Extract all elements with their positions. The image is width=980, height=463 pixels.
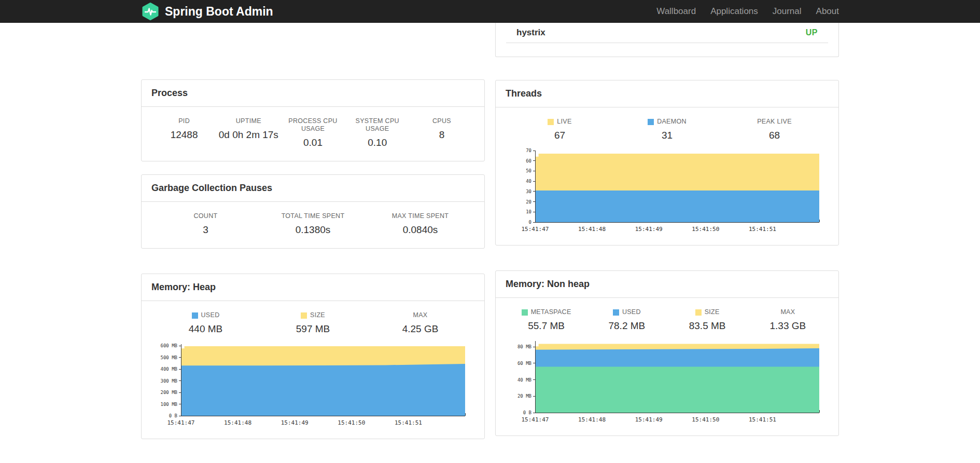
svg-text:80 MB: 80 MB <box>517 344 531 349</box>
metric-value: 440 MB <box>152 323 259 335</box>
memory-nonheap-panel-body: METASPACE 55.7 MB USED 78.2 MB <box>496 298 838 435</box>
process-panel: Process PID 12488 UPTIME 0d 0h 2m 17s PR… <box>141 79 485 161</box>
nav-link-wallboard[interactable]: Wallboard <box>656 0 696 23</box>
svg-text:15:41:48: 15:41:48 <box>578 416 606 423</box>
svg-text:50: 50 <box>526 168 531 173</box>
svg-text:60: 60 <box>526 158 531 164</box>
legend-threads-live: LIVE 67 <box>506 118 613 141</box>
metric-value: 597 MB <box>259 323 367 335</box>
svg-text:0 B: 0 B <box>169 413 177 418</box>
metric-label: CPUS <box>410 117 474 125</box>
legend-nonheap-max: MAX 1.33 GB <box>748 308 828 332</box>
legend-label: DAEMON <box>657 118 687 126</box>
memory-heap-panel: Memory: Heap USED 440 MB <box>141 274 485 439</box>
right-column: hystrix UP Threads LIVE 67 <box>495 23 839 436</box>
legend-swatch-daemon <box>648 119 654 125</box>
svg-text:15:41:48: 15:41:48 <box>224 419 251 426</box>
nav-link-journal[interactable]: Journal <box>773 0 802 23</box>
metric-process-cpu-usage: PROCESS CPU USAGE 0.01 <box>281 117 345 148</box>
threads-panel-title: Threads <box>496 80 838 107</box>
metric-label: TOTAL TIME SPENT <box>259 212 367 220</box>
metric-label: PROCESS CPU USAGE <box>281 117 345 133</box>
legend-label: USED <box>622 308 641 316</box>
legend-swatch-size <box>695 309 702 316</box>
metric-value: 0.1380s <box>259 224 367 236</box>
legend-label: USED <box>201 311 220 319</box>
svg-text:15:41:50: 15:41:50 <box>692 226 719 233</box>
svg-text:60 MB: 60 MB <box>517 361 531 366</box>
svg-text:20 MB: 20 MB <box>517 393 531 399</box>
svg-text:15:41:49: 15:41:49 <box>635 416 663 423</box>
svg-text:300 MB: 300 MB <box>160 378 177 384</box>
metric-label: USED <box>586 308 667 316</box>
svg-text:40: 40 <box>526 179 531 184</box>
memory-heap-panel-title: Memory: Heap <box>142 274 484 301</box>
metric-label: LIVE <box>506 118 613 126</box>
nonheap-legend: METASPACE 55.7 MB USED 78.2 MB <box>506 308 828 332</box>
svg-text:15:41:47: 15:41:47 <box>167 419 195 426</box>
legend-swatch-size <box>301 312 307 319</box>
legend-swatch-metaspace <box>522 309 528 316</box>
metric-label: SYSTEM CPU USAGE <box>345 117 410 133</box>
legend-metaspace: METASPACE 55.7 MB <box>506 308 586 332</box>
svg-text:15:41:47: 15:41:47 <box>522 416 549 423</box>
svg-text:200 MB: 200 MB <box>160 390 177 395</box>
metric-value: 4.25 GB <box>367 323 474 335</box>
nav-links: Wallboard Applications Journal About <box>656 0 839 23</box>
memory-nonheap-panel-title: Memory: Non heap <box>496 271 838 298</box>
left-column: Process PID 12488 UPTIME 0d 0h 2m 17s PR… <box>141 23 485 439</box>
threads-panel: Threads LIVE 67 <box>495 80 839 246</box>
metric-value: 67 <box>506 130 613 141</box>
threads-chart: 70605040302010015:41:4715:41:4815:41:491… <box>506 146 828 238</box>
metric-value: 31 <box>613 130 721 141</box>
svg-text:15:41:51: 15:41:51 <box>395 419 422 426</box>
metric-label: MAX <box>748 308 828 316</box>
process-panel-title: Process <box>142 80 484 107</box>
metric-gc-max-time: MAX TIME SPENT 0.0840s <box>367 212 474 236</box>
health-row-hystrix: hystrix UP <box>506 23 828 43</box>
gc-metrics: COUNT 3 TOTAL TIME SPENT 0.1380s MAX TIM… <box>152 212 474 236</box>
legend-label: SIZE <box>310 311 325 319</box>
legend-swatch-used <box>192 312 198 319</box>
legend-label: SIZE <box>705 308 720 316</box>
metric-gc-count: COUNT 3 <box>152 212 259 236</box>
legend-label: METASPACE <box>531 308 571 316</box>
navbar-inner: Spring Boot Admin Wallboard Applications… <box>141 0 839 23</box>
svg-text:70: 70 <box>526 148 531 153</box>
navbar: Spring Boot Admin Wallboard Applications… <box>0 0 980 23</box>
metric-value: 12488 <box>152 129 216 141</box>
threads-panel-body: LIVE 67 DAEMON 31 PEAK LIVE <box>496 107 838 245</box>
svg-text:500 MB: 500 MB <box>160 355 177 360</box>
threads-legend: LIVE 67 DAEMON 31 PEAK LIVE <box>506 118 828 141</box>
svg-text:15:41:51: 15:41:51 <box>749 226 776 233</box>
legend-label: LIVE <box>557 118 571 126</box>
svg-text:15:41:49: 15:41:49 <box>635 226 663 233</box>
metric-uptime: UPTIME 0d 0h 2m 17s <box>216 117 281 148</box>
content-container: Process PID 12488 UPTIME 0d 0h 2m 17s PR… <box>141 23 839 439</box>
metric-cpus: CPUS 8 <box>410 117 474 148</box>
metric-value: 0.10 <box>345 137 410 148</box>
gc-pauses-panel: Garbage Collection Pauses COUNT 3 TOTAL … <box>141 174 485 249</box>
legend-threads-peak-live: PEAK LIVE 68 <box>721 118 828 141</box>
svg-text:15:41:49: 15:41:49 <box>281 419 309 426</box>
metric-pid: PID 12488 <box>152 117 216 148</box>
legend-swatch-used <box>613 309 619 316</box>
svg-text:400 MB: 400 MB <box>160 366 177 372</box>
brand-link[interactable]: Spring Boot Admin <box>141 2 273 21</box>
health-status-badge: UP <box>806 28 818 37</box>
svg-text:15:41:50: 15:41:50 <box>338 419 365 426</box>
metric-label: DAEMON <box>613 118 721 126</box>
nav-link-about[interactable]: About <box>816 0 839 23</box>
metric-label: USED <box>152 311 259 319</box>
legend-heap-size: SIZE 597 MB <box>259 311 367 335</box>
health-panel-cutoff: hystrix UP <box>495 23 839 57</box>
svg-text:100 MB: 100 MB <box>160 402 177 407</box>
nav-link-applications[interactable]: Applications <box>710 0 758 23</box>
memory-nonheap-panel: Memory: Non heap METASPACE 55.7 MB <box>495 270 839 436</box>
metric-value: 0.0840s <box>367 224 474 236</box>
legend-heap-used: USED 440 MB <box>152 311 259 335</box>
process-panel-body: PID 12488 UPTIME 0d 0h 2m 17s PROCESS CP… <box>142 107 484 161</box>
legend-threads-daemon: DAEMON 31 <box>613 118 721 141</box>
svg-text:40 MB: 40 MB <box>517 377 531 383</box>
memory-nonheap-chart: 80 MB60 MB40 MB20 MB0 B15:41:4715:41:481… <box>506 337 828 428</box>
